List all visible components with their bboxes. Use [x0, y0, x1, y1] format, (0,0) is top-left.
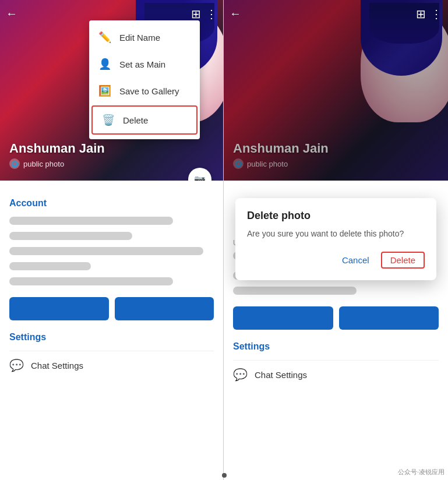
- trash-icon: 🗑️: [102, 114, 115, 126]
- blurred-field-4: [9, 262, 91, 270]
- back-button-right[interactable]: ←: [230, 7, 241, 20]
- public-icon-left: 🌐: [9, 158, 20, 169]
- cancel-button[interactable]: Cancel: [342, 252, 369, 269]
- person-icon: 👤: [98, 58, 111, 70]
- chat-settings-item-right[interactable]: 💬 Chat Settings: [233, 360, 439, 389]
- camera-icon-left: 📷: [194, 174, 206, 181]
- dialog-title: Delete photo: [247, 210, 425, 222]
- secondary-button-left[interactable]: [115, 297, 214, 320]
- left-panel: ← ⊞ ⋮ ✏️ Edit Name 👤 Set as Main: [0, 0, 224, 480]
- profile-content-left: Account Settings 💬 Chat Settings: [0, 181, 223, 480]
- action-buttons-right: [233, 306, 439, 330]
- context-menu: ✏️ Edit Name 👤 Set as Main 🖼️ Save to Ga…: [89, 20, 200, 139]
- scroll-indicator: [222, 473, 227, 478]
- chat-icon-left: 💬: [9, 358, 24, 372]
- settings-title-left: Settings: [9, 332, 214, 343]
- chat-icon-right: 💬: [233, 368, 248, 382]
- chat-settings-item-left[interactable]: 💬 Chat Settings: [9, 351, 214, 379]
- back-button-left[interactable]: ←: [6, 7, 17, 20]
- blurred-field-5: [9, 277, 173, 285]
- edit-name-label: Edit Name: [119, 33, 160, 43]
- user-status-left: 🌐 public photo: [9, 158, 105, 169]
- delete-label: Delete: [123, 115, 148, 125]
- dialog-message: Are you sure you want to delete this pho…: [247, 228, 425, 240]
- delete-dialog: Delete photo Are you sure you want to de…: [235, 198, 436, 280]
- top-right-icons-right: ⊞ ⋮: [416, 7, 442, 21]
- menu-item-save-gallery[interactable]: 🖼️ Save to Gallery: [89, 77, 200, 104]
- menu-item-set-main[interactable]: 👤 Set as Main: [89, 51, 200, 77]
- secondary-button-right[interactable]: [339, 306, 439, 330]
- watermark: 公众号·凌锐应用: [398, 468, 445, 477]
- account-section-title: Account: [9, 198, 214, 209]
- set-main-label: Set as Main: [119, 59, 165, 69]
- two-panels: ← ⊞ ⋮ ✏️ Edit Name 👤 Set as Main: [0, 0, 448, 480]
- photo-header-left: ← ⊞ ⋮ ✏️ Edit Name 👤 Set as Main: [0, 0, 223, 181]
- more-icon-right[interactable]: ⋮: [431, 7, 442, 21]
- top-right-icons-left: ⊞ ⋮: [191, 7, 217, 21]
- settings-title-right: Settings: [233, 341, 439, 352]
- right-panel: ← ⊞ ⋮ Anshuman Jain 🌐 public photo: [224, 0, 448, 480]
- edit-icon: ✏️: [98, 31, 111, 44]
- chat-settings-label-left: Chat Settings: [31, 361, 83, 370]
- image-icon: 🖼️: [98, 84, 111, 97]
- photo-header-right: ← ⊞ ⋮ Anshuman Jain 🌐 public photo: [224, 0, 448, 181]
- blurred-field-1: [9, 217, 173, 225]
- grid-icon-left[interactable]: ⊞: [191, 7, 201, 21]
- user-info-left: Anshuman Jain 🌐 public photo: [9, 141, 105, 169]
- settings-section-left: Settings 💬 Chat Settings: [9, 332, 214, 379]
- profile-content-right: Delete photo Are you sure you want to de…: [224, 181, 448, 480]
- user-name-left: Anshuman Jain: [9, 141, 105, 156]
- dim-overlay: [224, 0, 448, 181]
- primary-button-left[interactable]: [9, 297, 109, 320]
- menu-item-delete[interactable]: 🗑️ Delete: [91, 105, 197, 135]
- more-icon-left[interactable]: ⋮: [206, 7, 217, 21]
- blurred-field-r2: [233, 287, 357, 295]
- chat-settings-label-right: Chat Settings: [255, 370, 307, 380]
- blurred-field-2: [9, 232, 132, 240]
- status-text-left: public photo: [23, 160, 64, 168]
- dialog-buttons: Cancel Delete: [247, 252, 425, 269]
- grid-icon-right[interactable]: ⊞: [416, 7, 426, 21]
- save-gallery-label: Save to Gallery: [119, 86, 179, 96]
- app-container: ← ⊞ ⋮ ✏️ Edit Name 👤 Set as Main: [0, 0, 448, 480]
- menu-item-edit-name[interactable]: ✏️ Edit Name: [89, 24, 200, 51]
- action-buttons-left: [9, 297, 214, 320]
- blurred-field-3: [9, 247, 203, 255]
- primary-button-right[interactable]: [233, 306, 333, 330]
- settings-section-right: Settings 💬 Chat Settings: [233, 341, 439, 389]
- delete-confirm-button[interactable]: Delete: [381, 252, 425, 269]
